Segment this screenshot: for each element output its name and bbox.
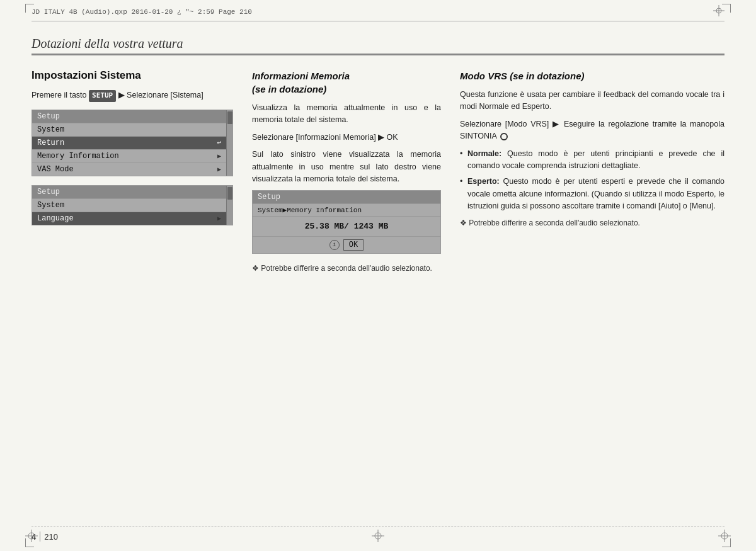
- scrollbar-thumb-2: [227, 187, 232, 200]
- screen-row-system: System: [32, 123, 226, 136]
- middle-para3: Sul lato sinistro viene visualizzata la …: [252, 149, 441, 185]
- screen-row-language: Language ▶: [32, 212, 226, 225]
- top-crosshair-decoration: [713, 5, 724, 18]
- screen-header-1: Setup: [32, 110, 226, 123]
- ok-info-icon: i: [329, 240, 340, 250]
- middle-note: ❖ Potrebbe differire a seconda dell'audi…: [252, 263, 441, 274]
- right-para2: Selezionare [Modo VRS] ▶ Eseguire la reg…: [460, 118, 724, 143]
- screen-scrollbar-2: [226, 186, 232, 225]
- file-info: JD ITALY 4B (Audio).qxp 2016-01-20 ¿ "~ …: [32, 8, 252, 16]
- screen-with-scroll-1: Setup System Return ↩ Memory Information…: [32, 110, 232, 176]
- top-meta-bar: JD ITALY 4B (Audio).qxp 2016-01-20 ¿ "~ …: [32, 5, 724, 21]
- bullet-esperto: Esperto: Questo modo è per utenti espert…: [460, 176, 724, 212]
- screen-row-return-label: Return: [37, 139, 64, 147]
- memory-arrow-icon: ▶: [217, 152, 221, 160]
- middle-section-title: Informazioni Memoria (se in dotazione): [252, 69, 441, 96]
- bullet-normale: Normale: Questo modo è per utenti princi…: [460, 148, 724, 173]
- footer-page-number: 210: [44, 532, 58, 542]
- screen-header-label-1: Setup: [37, 112, 60, 121]
- vas-arrow-icon: ▶: [217, 166, 221, 173]
- memory-screen: Setup System▶Memory Information 25.38 MB…: [252, 190, 441, 254]
- bottom-center-crosshair: [372, 530, 384, 544]
- content-area: Impostazioni Sistema Premere il tasto SE…: [32, 69, 724, 513]
- screen-row-vas-label: VAS Mode: [37, 165, 74, 174]
- middle-para2: Selezionare [Informazioni Memoria] ▶ OK: [252, 132, 441, 144]
- memory-screen-ok-row: i OK: [253, 236, 440, 253]
- scrollbar-thumb-1: [227, 111, 232, 124]
- screen-row-system-label: System: [37, 125, 64, 134]
- instruction-prefix: Premere il tasto: [32, 91, 87, 99]
- middle-title-line1: Informazioni Memoria: [252, 71, 350, 81]
- memory-screen-value: 25.38 MB/ 1243 MB: [253, 216, 440, 236]
- footer: 4 210: [32, 526, 724, 542]
- sintonia-knob-icon: [500, 133, 508, 140]
- screen-row-system-2-label: System: [37, 201, 64, 210]
- right-para1: Questa funzione è usata per cambiare il …: [460, 89, 724, 113]
- setup-badge: SETUP: [89, 90, 116, 102]
- screen-with-scroll-2: Setup System Language ▶: [32, 186, 232, 225]
- middle-para1: Visualizza la memoria attualmente in uso…: [252, 102, 441, 127]
- middle-title-line2: (se in dotazione): [252, 84, 326, 94]
- instruction-suffix: ▶ Selezionare [Sistema]: [118, 91, 203, 99]
- ok-button: OK: [343, 239, 364, 251]
- screen-row-return: Return ↩: [32, 136, 226, 149]
- screen-widget-1: Setup System Return ↩ Memory Information…: [32, 110, 233, 176]
- right-section-title: Modo VRS (se in dotazione): [460, 69, 724, 82]
- right-note: ❖ Potrebbe differire a seconda dell'audi…: [460, 217, 724, 229]
- screen-row-system-2: System: [32, 198, 226, 212]
- section-header: Dotazioni della vostra vettura: [32, 37, 724, 55]
- screen-widget-2: Setup System Language ▶: [32, 185, 233, 225]
- screen-row-vas: VAS Mode ▶: [32, 162, 226, 176]
- screen-row-memory: Memory Information ▶: [32, 149, 226, 162]
- screen-row-language-label: Language: [37, 214, 74, 223]
- col-right: Modo VRS (se in dotazione) Questa funzio…: [460, 69, 724, 513]
- screen-scrollbar-1: [226, 110, 232, 176]
- bottom-right-crosshair: [718, 530, 731, 544]
- screen-content-1: Setup System Return ↩ Memory Information…: [32, 110, 226, 176]
- instruction-text: Premere il tasto SETUP ▶ Selezionare [Si…: [32, 89, 233, 102]
- memory-screen-header-label: Setup: [258, 193, 280, 202]
- memory-screen-header: Setup: [253, 191, 440, 203]
- left-section-title: Impostazioni Sistema: [32, 69, 233, 82]
- return-icon: ↩: [217, 139, 221, 147]
- right-bullets: Normale: Questo modo è per utenti princi…: [460, 148, 724, 213]
- col-left: Impostazioni Sistema Premere il tasto SE…: [32, 69, 233, 513]
- bottom-left-crosshair: [25, 530, 38, 544]
- language-arrow-icon: ▶: [217, 215, 221, 222]
- screen-content-2: Setup System Language ▶: [32, 186, 226, 225]
- screen-row-memory-label: Memory Information: [37, 152, 119, 161]
- screen-header-2: Setup: [32, 186, 226, 198]
- memory-screen-subheader: System▶Memory Information: [253, 203, 440, 216]
- col-middle: Informazioni Memoria (se in dotazione) V…: [252, 69, 441, 513]
- screen-header-label-2: Setup: [37, 188, 60, 196]
- section-title: Dotazioni della vostra vettura: [32, 37, 183, 50]
- footer-divider: [40, 531, 40, 542]
